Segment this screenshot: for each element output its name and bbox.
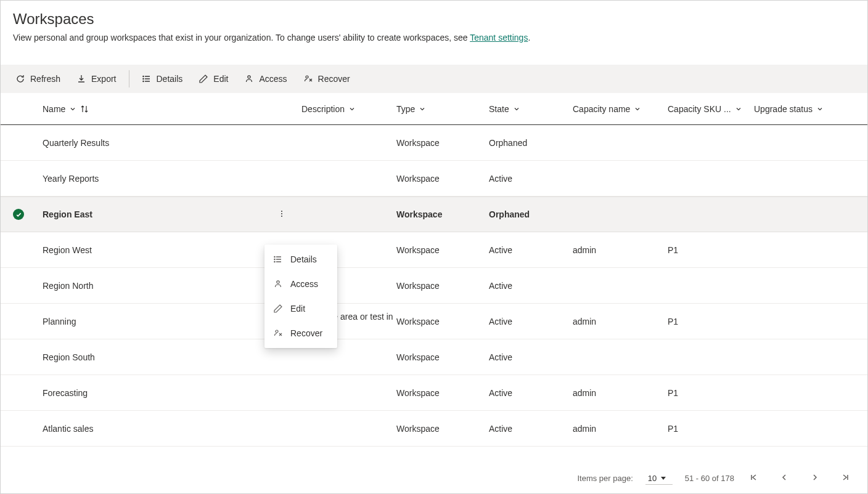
refresh-icon [15, 74, 25, 84]
table-row[interactable]: Region EastWorkspaceOrphaned [1, 196, 867, 232]
table-row[interactable]: ForecastingWorkspaceActiveadminP1 [1, 375, 867, 411]
context-edit[interactable]: Edit [264, 296, 337, 321]
cell-capacity-name: admin [573, 388, 668, 398]
last-page-button[interactable] [839, 471, 853, 486]
refresh-label: Refresh [30, 74, 60, 84]
svg-point-6 [281, 213, 282, 214]
recover-icon [273, 328, 283, 338]
details-button[interactable]: Details [136, 70, 189, 87]
column-capacity-sku-label: Capacity SKU ... [668, 104, 731, 114]
pager-range: 51 - 60 of 178 [685, 474, 734, 483]
column-header-upgrade-status[interactable]: Upgrade status [754, 104, 840, 114]
context-details-label: Details [290, 254, 317, 264]
context-access[interactable]: Access [264, 272, 337, 296]
chevron-down-icon [348, 105, 356, 113]
row-check-cell[interactable] [7, 209, 43, 220]
chevron-down-icon [816, 105, 824, 113]
cell-capacity-name: admin [573, 245, 668, 255]
chevron-right-icon [811, 473, 819, 484]
cell-type: Workspace [396, 174, 489, 184]
table-header-row: Name Description Type State Capacity nam… [1, 93, 867, 125]
context-recover[interactable]: Recover [264, 321, 337, 346]
cell-type: Workspace [396, 317, 489, 326]
refresh-button[interactable]: Refresh [9, 70, 67, 87]
chevron-left-icon [780, 473, 788, 484]
cell-name: Quarterly Results [43, 138, 301, 148]
column-type-label: Type [396, 104, 415, 114]
svg-point-10 [274, 261, 275, 262]
table-row[interactable]: Region SouthWorkspaceActive [1, 339, 867, 375]
cell-state: Active [489, 424, 573, 434]
cell-name: Region South [43, 352, 301, 362]
cell-name: Atlantic sales [43, 424, 301, 434]
recover-icon [303, 74, 313, 84]
recover-button[interactable]: Recover [297, 70, 356, 87]
column-header-name[interactable]: Name [43, 104, 301, 114]
cell-state: Orphaned [489, 209, 573, 219]
next-page-button[interactable] [808, 471, 822, 486]
table-row[interactable]: Quarterly ResultsWorkspaceOrphaned [1, 125, 867, 161]
cell-type: Workspace [396, 388, 489, 398]
cell-capacity-sku: P1 [668, 388, 754, 398]
column-header-description[interactable]: Description [301, 104, 396, 114]
table-row[interactable]: PlanningorkSpace area or test in BBTWork… [1, 304, 867, 339]
cell-type: Workspace [396, 209, 489, 219]
check-circle-icon [13, 209, 24, 220]
context-details[interactable]: Details [264, 247, 337, 272]
cell-name: Region East [43, 209, 301, 219]
cell-name: Forecasting [43, 388, 301, 398]
cell-type: Workspace [396, 352, 489, 362]
cell-state: Active [489, 352, 573, 362]
context-access-label: Access [290, 279, 318, 289]
chevron-down-icon [735, 105, 742, 113]
svg-point-11 [277, 281, 279, 283]
svg-point-12 [276, 330, 278, 333]
edit-button[interactable]: Edit [192, 70, 234, 87]
pencil-icon [199, 74, 208, 84]
context-menu: Details Access Edit Recover [264, 245, 337, 348]
column-header-type[interactable]: Type [396, 104, 489, 114]
recover-label: Recover [318, 74, 350, 84]
chevron-down-icon [69, 105, 76, 113]
column-header-capacity-name[interactable]: Capacity name [573, 104, 668, 114]
svg-point-0 [142, 76, 143, 76]
table-row[interactable]: Yearly ReportsWorkspaceActive [1, 161, 867, 196]
svg-point-5 [281, 211, 282, 212]
svg-point-4 [306, 76, 308, 78]
page-title: Workspaces [13, 10, 855, 28]
first-page-icon [749, 473, 758, 484]
table-row[interactable]: Region NorthWorkspaceActive [1, 268, 867, 304]
details-label: Details [157, 74, 183, 84]
cell-capacity-sku: P1 [668, 317, 754, 326]
pager-label: Items per page: [577, 474, 633, 483]
more-options-button[interactable] [274, 207, 289, 222]
first-page-button[interactable] [747, 471, 760, 486]
edit-label: Edit [213, 74, 228, 84]
subtitle-post: . [528, 33, 530, 43]
cell-type: Workspace [396, 281, 489, 291]
cell-state: Active [489, 174, 573, 184]
cell-state: Orphaned [489, 138, 573, 148]
column-header-capacity-sku[interactable]: Capacity SKU ... [668, 104, 754, 114]
table-row[interactable]: Region WestWorkspaceActiveadminP1 [1, 232, 867, 268]
svg-point-8 [274, 256, 275, 257]
column-header-state[interactable]: State [489, 104, 573, 114]
person-icon [273, 279, 283, 289]
download-icon [76, 74, 86, 84]
access-button[interactable]: Access [238, 70, 293, 87]
last-page-icon [841, 473, 850, 484]
toolbar: Refresh Export Details Edit Access [1, 65, 867, 93]
cell-state: Active [489, 245, 573, 255]
cell-type: Workspace [396, 424, 489, 434]
export-button[interactable]: Export [70, 70, 122, 87]
tenant-settings-link[interactable]: Tenant settings [470, 33, 528, 43]
export-label: Export [91, 74, 116, 84]
more-vertical-icon [277, 209, 286, 220]
items-per-page-select[interactable]: 10 [645, 472, 673, 485]
table-row[interactable]: Atlantic salesWorkspaceActiveadminP1 [1, 411, 867, 447]
prev-page-button[interactable] [777, 471, 791, 486]
column-state-label: State [489, 104, 509, 114]
cell-state: Active [489, 388, 573, 398]
chevron-down-icon [513, 105, 520, 113]
cell-type: Workspace [396, 245, 489, 255]
